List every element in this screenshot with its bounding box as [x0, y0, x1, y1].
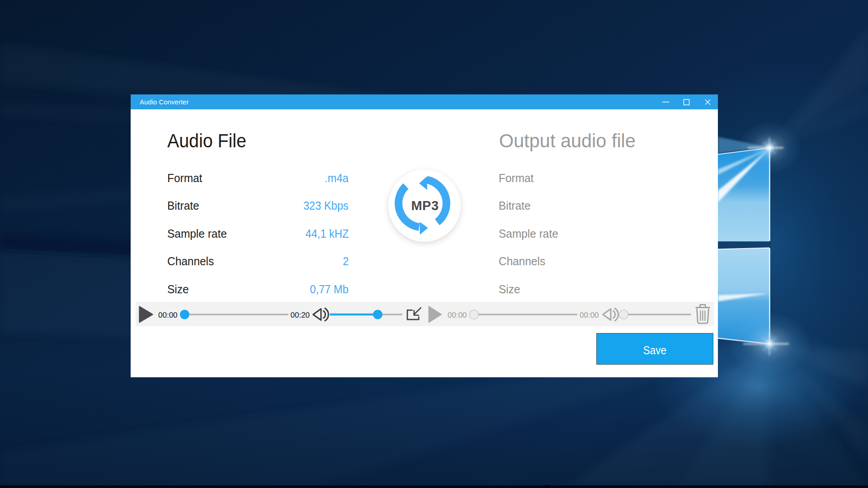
svg-text:00:20: 00:20: [291, 311, 310, 319]
svg-text:00:00: 00:00: [580, 311, 599, 319]
svg-text:MP3: MP3: [411, 198, 439, 213]
svg-text:00:00: 00:00: [448, 311, 467, 319]
svg-text:00:00: 00:00: [158, 311, 178, 319]
